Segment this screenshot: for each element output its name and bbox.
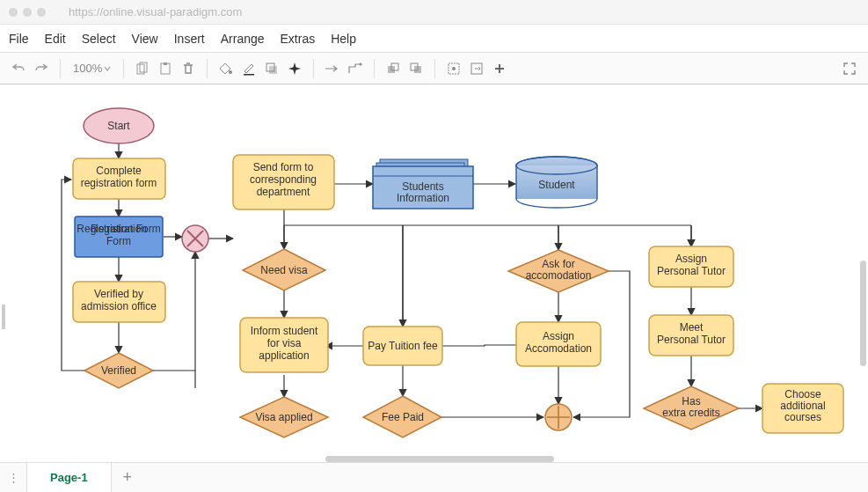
menu-edit[interactable]: Edit <box>45 32 66 46</box>
node-student-db[interactable]: Student <box>516 157 597 208</box>
style-button[interactable] <box>285 59 304 78</box>
menubar: File Edit Select View Insert Arrange Ext… <box>0 25 868 53</box>
node-send-form[interactable]: Send form tocorrespondingdepartment <box>233 155 334 209</box>
window-min-dot[interactable] <box>23 8 32 17</box>
waypoint-button[interactable] <box>346 59 365 78</box>
vertical-scrollbar[interactable] <box>860 261 866 366</box>
add-button[interactable] <box>490 59 509 78</box>
svg-text:StudentsInformation: StudentsInformation <box>397 180 449 204</box>
svg-point-4 <box>229 70 232 74</box>
ruler-mark <box>2 305 5 329</box>
redo-button[interactable] <box>32 59 51 78</box>
node-gateway-x[interactable] <box>182 225 208 252</box>
svg-text:Send form tocorrespondingdepar: Send form tocorrespondingdepartment <box>250 161 317 198</box>
add-page-button[interactable]: + <box>112 468 143 487</box>
label: Visa applied <box>255 411 312 423</box>
line-color-button[interactable] <box>239 59 259 78</box>
label: Student <box>538 179 575 191</box>
menu-select[interactable]: Select <box>82 32 116 46</box>
snap-button[interactable] <box>444 59 463 78</box>
to-back-button[interactable] <box>406 59 426 78</box>
menu-file[interactable]: File <box>9 32 29 46</box>
svg-rect-5 <box>244 74 254 76</box>
svg-text:Chooseadditionalcourses: Chooseadditionalcourses <box>780 388 825 423</box>
horizontal-scrollbar[interactable] <box>325 456 554 462</box>
page-tab-label: Page-1 <box>50 471 88 484</box>
label: Pay Tuition fee <box>368 340 438 352</box>
connection-button[interactable] <box>323 59 342 78</box>
menu-arrange[interactable]: Arrange <box>221 32 265 46</box>
node-visa-applied[interactable]: Visa applied <box>240 397 328 437</box>
pages-menu-icon[interactable]: ⋮ <box>0 471 26 484</box>
shadow-button[interactable] <box>262 59 281 78</box>
node-has-credits[interactable]: Hasextra credits <box>644 386 739 430</box>
menu-help[interactable]: Help <box>331 32 356 46</box>
undo-button[interactable] <box>9 59 28 78</box>
zoom-value: 100% <box>73 62 102 75</box>
menu-view[interactable]: View <box>132 32 158 46</box>
svg-rect-3 <box>164 62 167 65</box>
label: Verified <box>101 364 136 377</box>
edge-verified-loop[interactable] <box>62 180 89 371</box>
node-ask-accommodation[interactable]: Ask foraccomodation <box>508 250 609 292</box>
menu-insert[interactable]: Insert <box>174 32 205 46</box>
svg-point-14 <box>452 67 456 70</box>
zoom-selector[interactable]: 100% <box>69 62 114 75</box>
browser-chrome: https://online.visual-paradigm.com <box>0 0 868 25</box>
window-close-dot[interactable] <box>9 8 18 17</box>
window-max-dot[interactable] <box>37 8 46 17</box>
svg-point-8 <box>360 62 362 65</box>
canvas[interactable]: Start Completeregistration form Registra… <box>0 84 868 462</box>
node-sum-gateway[interactable] <box>545 404 572 430</box>
svg-rect-7 <box>269 66 277 74</box>
node-start-label: Start <box>107 120 130 132</box>
page-tab-1[interactable]: Page-1 <box>26 463 112 492</box>
node-start[interactable]: Start <box>84 108 154 143</box>
toolbar: 100% <box>0 53 868 84</box>
fit-button[interactable] <box>467 59 486 78</box>
node-students-information[interactable]: StudentsInformation <box>373 159 473 209</box>
node-registration-form[interactable]: Registration Form RegistrationForm <box>75 217 163 257</box>
fill-color-button[interactable] <box>216 59 236 78</box>
label: Need visa <box>260 264 308 276</box>
fullscreen-button[interactable] <box>840 59 859 78</box>
copy-button[interactable] <box>133 59 152 78</box>
node-inform-student[interactable]: Inform studentfor visaapplication <box>240 318 328 372</box>
node-assign-accommodation[interactable]: AssignAccomodation <box>516 322 601 366</box>
node-choose-courses[interactable]: Chooseadditionalcourses <box>762 384 843 433</box>
label: Fee Paid <box>382 411 424 423</box>
node-meet-tutor[interactable]: MeetPersonal Tutor <box>649 315 733 356</box>
edge-assignacc-pay[interactable] <box>434 345 527 346</box>
node-verified-decision[interactable]: Verified <box>84 353 195 388</box>
node-need-visa[interactable]: Need visa <box>243 249 325 290</box>
menu-extras[interactable]: Extras <box>281 32 316 46</box>
node-assign-tutor[interactable]: AssignPersonal Tutor <box>649 246 733 287</box>
to-front-button[interactable] <box>383 59 403 78</box>
node-pay-tuition[interactable]: Pay Tuition fee <box>363 327 442 365</box>
delete-button[interactable] <box>179 59 198 78</box>
node-verified-by-admission[interactable]: Verified byadmission office <box>73 282 165 322</box>
url-text: https://online.visual-paradigm.com <box>69 5 242 18</box>
node-fee-paid[interactable]: Fee Paid <box>363 396 441 437</box>
node-complete-registration[interactable]: Completeregistration form <box>73 158 165 199</box>
paste-button[interactable] <box>156 59 175 78</box>
footer: ⋮ Page-1 + <box>0 462 868 492</box>
